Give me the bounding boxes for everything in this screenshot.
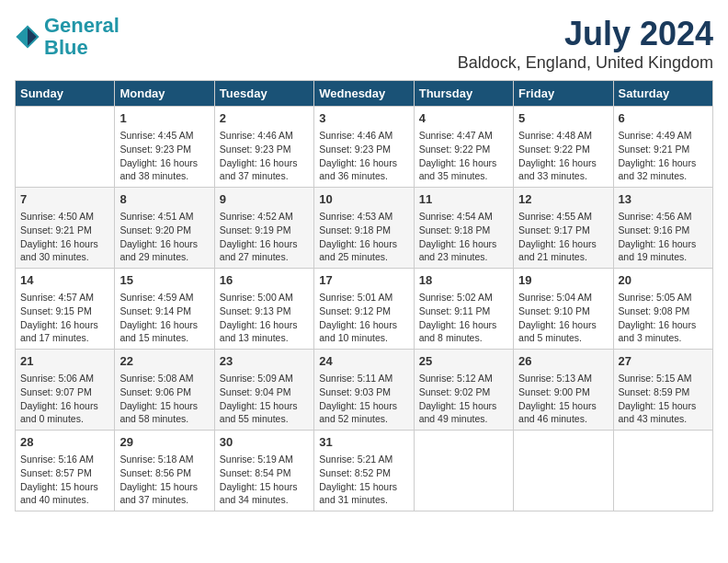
day-info: Sunrise: 5:02 AM Sunset: 9:11 PM Dayligh… — [419, 291, 508, 345]
logo-text: General Blue — [44, 15, 119, 59]
calendar-cell: 17Sunrise: 5:01 AM Sunset: 9:12 PM Dayli… — [314, 269, 414, 350]
calendar-week-row: 28Sunrise: 5:16 AM Sunset: 8:57 PM Dayli… — [16, 431, 713, 511]
calendar-cell: 20Sunrise: 5:05 AM Sunset: 9:08 PM Dayli… — [613, 269, 712, 350]
calendar-cell — [514, 431, 613, 511]
calendar-cell: 14Sunrise: 4:57 AM Sunset: 9:15 PM Dayli… — [16, 269, 115, 350]
day-info: Sunrise: 4:46 AM Sunset: 9:23 PM Dayligh… — [220, 129, 309, 183]
day-number: 1 — [119, 110, 209, 127]
day-number: 9 — [220, 191, 309, 208]
day-info: Sunrise: 5:16 AM Sunset: 8:57 PM Dayligh… — [20, 453, 109, 507]
day-info: Sunrise: 5:15 AM Sunset: 8:59 PM Dayligh… — [619, 372, 708, 426]
calendar-week-row: 14Sunrise: 4:57 AM Sunset: 9:15 PM Dayli… — [16, 269, 713, 350]
day-number: 26 — [518, 353, 608, 370]
header-cell-tuesday: Tuesday — [214, 81, 313, 107]
day-info: Sunrise: 5:08 AM Sunset: 9:06 PM Dayligh… — [119, 372, 209, 426]
day-info: Sunrise: 4:52 AM Sunset: 9:19 PM Dayligh… — [220, 210, 309, 264]
day-info: Sunrise: 4:59 AM Sunset: 9:14 PM Dayligh… — [119, 291, 209, 345]
day-info: Sunrise: 5:13 AM Sunset: 9:00 PM Dayligh… — [518, 372, 608, 426]
day-number: 27 — [619, 353, 708, 370]
calendar-cell: 7Sunrise: 4:50 AM Sunset: 9:21 PM Daylig… — [16, 188, 115, 269]
calendar-cell — [16, 107, 115, 188]
day-info: Sunrise: 4:50 AM Sunset: 9:21 PM Dayligh… — [20, 210, 109, 264]
calendar-cell: 8Sunrise: 4:51 AM Sunset: 9:20 PM Daylig… — [115, 188, 214, 269]
day-number: 30 — [220, 434, 309, 451]
day-info: Sunrise: 4:54 AM Sunset: 9:18 PM Dayligh… — [419, 210, 508, 264]
day-number: 13 — [619, 191, 708, 208]
day-number: 20 — [619, 272, 708, 289]
day-info: Sunrise: 4:47 AM Sunset: 9:22 PM Dayligh… — [419, 129, 508, 183]
calendar-cell: 4Sunrise: 4:47 AM Sunset: 9:22 PM Daylig… — [414, 107, 513, 188]
calendar-cell: 2Sunrise: 4:46 AM Sunset: 9:23 PM Daylig… — [214, 107, 313, 188]
calendar-cell: 27Sunrise: 5:15 AM Sunset: 8:59 PM Dayli… — [613, 350, 712, 431]
day-number: 8 — [119, 191, 209, 208]
calendar-cell: 31Sunrise: 5:21 AM Sunset: 8:52 PM Dayli… — [314, 431, 414, 511]
calendar-cell: 29Sunrise: 5:18 AM Sunset: 8:56 PM Dayli… — [115, 431, 214, 511]
day-number: 28 — [20, 434, 109, 451]
day-number: 5 — [518, 110, 608, 127]
day-number: 3 — [319, 110, 408, 127]
day-info: Sunrise: 5:12 AM Sunset: 9:02 PM Dayligh… — [419, 372, 508, 426]
day-number: 24 — [319, 353, 408, 370]
calendar-cell: 28Sunrise: 5:16 AM Sunset: 8:57 PM Dayli… — [16, 431, 115, 511]
title-block: July 2024 Baldock, England, United Kingd… — [458, 15, 713, 73]
calendar-table: SundayMondayTuesdayWednesdayThursdayFrid… — [15, 80, 713, 511]
day-info: Sunrise: 4:45 AM Sunset: 9:23 PM Dayligh… — [119, 129, 209, 183]
day-number: 2 — [220, 110, 309, 127]
day-info: Sunrise: 5:01 AM Sunset: 9:12 PM Dayligh… — [319, 291, 408, 345]
calendar-cell: 25Sunrise: 5:12 AM Sunset: 9:02 PM Dayli… — [414, 350, 513, 431]
day-info: Sunrise: 4:49 AM Sunset: 9:21 PM Dayligh… — [619, 129, 708, 183]
day-number: 15 — [119, 272, 209, 289]
calendar-cell: 21Sunrise: 5:06 AM Sunset: 9:07 PM Dayli… — [16, 350, 115, 431]
day-info: Sunrise: 5:09 AM Sunset: 9:04 PM Dayligh… — [220, 372, 309, 426]
calendar-week-row: 21Sunrise: 5:06 AM Sunset: 9:07 PM Dayli… — [16, 350, 713, 431]
logo: General Blue — [15, 15, 119, 59]
day-info: Sunrise: 4:53 AM Sunset: 9:18 PM Dayligh… — [319, 210, 408, 264]
day-number: 18 — [419, 272, 508, 289]
day-number: 23 — [220, 353, 309, 370]
day-number: 4 — [419, 110, 508, 127]
day-info: Sunrise: 5:11 AM Sunset: 9:03 PM Dayligh… — [319, 372, 408, 426]
calendar-cell — [613, 431, 712, 511]
day-info: Sunrise: 4:46 AM Sunset: 9:23 PM Dayligh… — [319, 129, 408, 183]
day-number: 21 — [20, 353, 109, 370]
day-number: 12 — [518, 191, 608, 208]
calendar-cell: 18Sunrise: 5:02 AM Sunset: 9:11 PM Dayli… — [414, 269, 513, 350]
day-info: Sunrise: 5:21 AM Sunset: 8:52 PM Dayligh… — [319, 453, 408, 507]
calendar-cell: 3Sunrise: 4:46 AM Sunset: 9:23 PM Daylig… — [314, 107, 414, 188]
day-info: Sunrise: 5:18 AM Sunset: 8:56 PM Dayligh… — [119, 453, 209, 507]
header-cell-saturday: Saturday — [613, 81, 712, 107]
calendar-cell — [414, 431, 513, 511]
day-info: Sunrise: 4:56 AM Sunset: 9:16 PM Dayligh… — [619, 210, 708, 264]
day-number: 10 — [319, 191, 408, 208]
day-number: 19 — [518, 272, 608, 289]
header-cell-monday: Monday — [115, 81, 214, 107]
calendar-cell: 22Sunrise: 5:08 AM Sunset: 9:06 PM Dayli… — [115, 350, 214, 431]
day-info: Sunrise: 5:04 AM Sunset: 9:10 PM Dayligh… — [518, 291, 608, 345]
calendar-cell: 9Sunrise: 4:52 AM Sunset: 9:19 PM Daylig… — [214, 188, 313, 269]
calendar-cell: 23Sunrise: 5:09 AM Sunset: 9:04 PM Dayli… — [214, 350, 313, 431]
day-number: 29 — [119, 434, 209, 451]
calendar-cell: 1Sunrise: 4:45 AM Sunset: 9:23 PM Daylig… — [115, 107, 214, 188]
day-info: Sunrise: 4:51 AM Sunset: 9:20 PM Dayligh… — [119, 210, 209, 264]
day-info: Sunrise: 4:55 AM Sunset: 9:17 PM Dayligh… — [518, 210, 608, 264]
calendar-body: 1Sunrise: 4:45 AM Sunset: 9:23 PM Daylig… — [16, 107, 713, 511]
day-number: 25 — [419, 353, 508, 370]
calendar-week-row: 7Sunrise: 4:50 AM Sunset: 9:21 PM Daylig… — [16, 188, 713, 269]
logo-icon — [15, 24, 40, 50]
calendar-cell: 26Sunrise: 5:13 AM Sunset: 9:00 PM Dayli… — [514, 350, 613, 431]
day-info: Sunrise: 5:05 AM Sunset: 9:08 PM Dayligh… — [619, 291, 708, 345]
calendar-cell: 6Sunrise: 4:49 AM Sunset: 9:21 PM Daylig… — [613, 107, 712, 188]
day-number: 11 — [419, 191, 508, 208]
month-year-title: July 2024 — [458, 15, 713, 53]
day-info: Sunrise: 5:19 AM Sunset: 8:54 PM Dayligh… — [220, 453, 309, 507]
calendar-cell: 12Sunrise: 4:55 AM Sunset: 9:17 PM Dayli… — [514, 188, 613, 269]
header-cell-wednesday: Wednesday — [314, 81, 414, 107]
calendar-cell: 13Sunrise: 4:56 AM Sunset: 9:16 PM Dayli… — [613, 188, 712, 269]
day-number: 17 — [319, 272, 408, 289]
header-cell-sunday: Sunday — [16, 81, 115, 107]
day-number: 7 — [20, 191, 109, 208]
calendar-cell: 15Sunrise: 4:59 AM Sunset: 9:14 PM Dayli… — [115, 269, 214, 350]
day-info: Sunrise: 4:48 AM Sunset: 9:22 PM Dayligh… — [518, 129, 608, 183]
calendar-cell: 16Sunrise: 5:00 AM Sunset: 9:13 PM Dayli… — [214, 269, 313, 350]
location-subtitle: Baldock, England, United Kingdom — [458, 53, 713, 73]
